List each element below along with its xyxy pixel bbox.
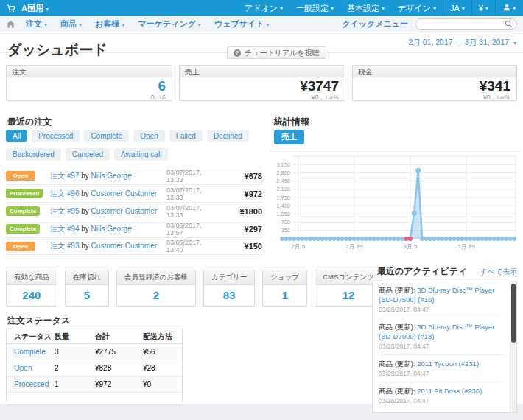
chart-point[interactable]: [352, 237, 357, 241]
chart-point[interactable]: [340, 237, 344, 241]
chart-point[interactable]: [388, 237, 393, 241]
cart-icon[interactable]: [7, 4, 15, 13]
status-link[interactable]: Complete: [14, 348, 46, 356]
chart-point[interactable]: [360, 237, 365, 241]
chart-point[interactable]: [396, 237, 401, 241]
account-menu[interactable]: ▾: [495, 0, 523, 16]
date-range-selector[interactable]: 2月 01, 2017 — 3月 31, 2017 ▾: [408, 38, 516, 48]
nav-item[interactable]: 商品▾: [54, 18, 88, 29]
chart-point[interactable]: [412, 211, 417, 216]
chart-point[interactable]: [456, 237, 460, 241]
order-link[interactable]: 注文 #96: [50, 189, 79, 197]
scrollbar-thumb[interactable]: [511, 284, 516, 343]
quick-menu-link[interactable]: クイックメニュー: [342, 18, 408, 29]
chart-point[interactable]: [364, 237, 368, 241]
chart-point[interactable]: [304, 237, 309, 241]
chart-point[interactable]: [464, 237, 468, 241]
filter-pill[interactable]: Canceled: [66, 148, 110, 161]
order-link[interactable]: 注文 #97: [50, 172, 79, 180]
filter-pill[interactable]: Failed: [169, 130, 203, 142]
search-input[interactable]: [415, 18, 517, 30]
stat-card-value[interactable]: 6: [7, 77, 172, 94]
filter-pill[interactable]: Processed: [32, 130, 80, 142]
status-link[interactable]: Processed: [14, 380, 49, 388]
chart-point[interactable]: [508, 237, 513, 241]
chart-point[interactable]: [492, 237, 496, 241]
scrollbar-track[interactable]: [510, 281, 516, 412]
mini-stat-value[interactable]: 240: [7, 285, 57, 306]
filter-pill[interactable]: Open: [133, 130, 164, 142]
sales-tab[interactable]: 売上: [274, 130, 304, 144]
chart-point[interactable]: [384, 237, 388, 241]
chart-point[interactable]: [308, 237, 312, 241]
chart-point[interactable]: [452, 237, 457, 241]
chart-point[interactable]: [300, 237, 304, 241]
chart-point[interactable]: [324, 237, 329, 241]
chart-point[interactable]: [476, 237, 480, 241]
filter-pill[interactable]: Complete: [84, 130, 129, 142]
activity-product-link[interactable]: 2011 Pit Boss (#230): [417, 387, 482, 395]
topbar-menu-item[interactable]: デザイン▾: [391, 0, 443, 16]
chart-point[interactable]: [368, 237, 372, 241]
order-link[interactable]: 注文 #94: [50, 225, 79, 233]
chart-point[interactable]: [400, 237, 404, 241]
chart-point[interactable]: [288, 237, 292, 241]
chart-point[interactable]: [280, 237, 284, 241]
chart-point[interactable]: [420, 237, 424, 241]
activity-product-link[interactable]: 3D Blu-ray Disc™ Player (BD-D7000) (#18): [379, 323, 494, 340]
chart-point[interactable]: [296, 237, 301, 241]
customer-link[interactable]: Nills George: [91, 172, 132, 180]
filter-pill[interactable]: Backordered: [6, 148, 61, 161]
filter-pill[interactable]: Awaiting call: [114, 148, 168, 161]
chart-point[interactable]: [436, 237, 440, 241]
chart-point[interactable]: [348, 237, 352, 241]
chart-point[interactable]: [444, 237, 449, 241]
status-link[interactable]: Open: [14, 364, 32, 372]
nav-item[interactable]: お客様▾: [88, 18, 131, 29]
customer-link[interactable]: Customer Customer: [91, 242, 157, 250]
chart-point[interactable]: [428, 237, 432, 241]
mini-stat-value[interactable]: 5: [66, 285, 108, 306]
customer-link[interactable]: Customer Customer: [91, 189, 157, 197]
chart-point[interactable]: [496, 237, 500, 241]
store-selector[interactable]: A国用▾: [21, 3, 49, 14]
chart-point[interactable]: [320, 237, 324, 241]
topbar-utility-item[interactable]: JA▾: [443, 0, 471, 16]
chart-point[interactable]: [448, 237, 452, 241]
customer-link[interactable]: Nills George: [91, 225, 132, 233]
activity-product-link[interactable]: 2011 Tycoon (#231): [417, 360, 479, 368]
nav-item[interactable]: マーケティング▾: [131, 18, 208, 29]
chart-point[interactable]: [472, 237, 477, 241]
chart-point[interactable]: [468, 237, 472, 241]
chart-point[interactable]: [376, 237, 380, 241]
chart-point[interactable]: [440, 237, 444, 241]
topbar-menu-item[interactable]: 基本設定▾: [340, 0, 391, 16]
topbar-utility-item[interactable]: ¥▾: [471, 0, 495, 16]
chart-point[interactable]: [500, 237, 505, 241]
chart-point[interactable]: [292, 237, 296, 241]
chart-point[interactable]: [432, 237, 436, 241]
chart-point[interactable]: [344, 237, 348, 241]
order-link[interactable]: 注文 #95: [50, 207, 79, 215]
chart-point[interactable]: [312, 237, 316, 241]
mini-stat-value[interactable]: 2: [117, 285, 195, 306]
search-icon[interactable]: [505, 20, 513, 29]
filter-pill[interactable]: Declined: [207, 130, 249, 142]
chart-point[interactable]: [356, 237, 360, 241]
nav-item[interactable]: ウェブサイト▾: [208, 18, 276, 29]
chart-point[interactable]: [328, 237, 332, 241]
chart-point[interactable]: [512, 237, 516, 241]
chart-point-red[interactable]: [404, 237, 408, 241]
chart-point[interactable]: [504, 237, 508, 241]
topbar-menu-item[interactable]: 一般設定▾: [289, 0, 340, 16]
customer-link[interactable]: Customer Customer: [91, 207, 157, 215]
activity-product-link[interactable]: 3D Blu-ray Disc™ Player (BD-D7500) (#16): [379, 286, 494, 304]
mini-stat-value[interactable]: 83: [204, 285, 254, 306]
chart-point[interactable]: [484, 237, 488, 241]
tutorial-button[interactable]: ? チュートリアルを視聴: [227, 46, 326, 59]
chart-point[interactable]: [284, 237, 288, 241]
chart-point[interactable]: [480, 237, 485, 241]
chart-point[interactable]: [372, 237, 376, 241]
chart-point[interactable]: [488, 237, 492, 241]
home-icon[interactable]: [7, 21, 15, 28]
